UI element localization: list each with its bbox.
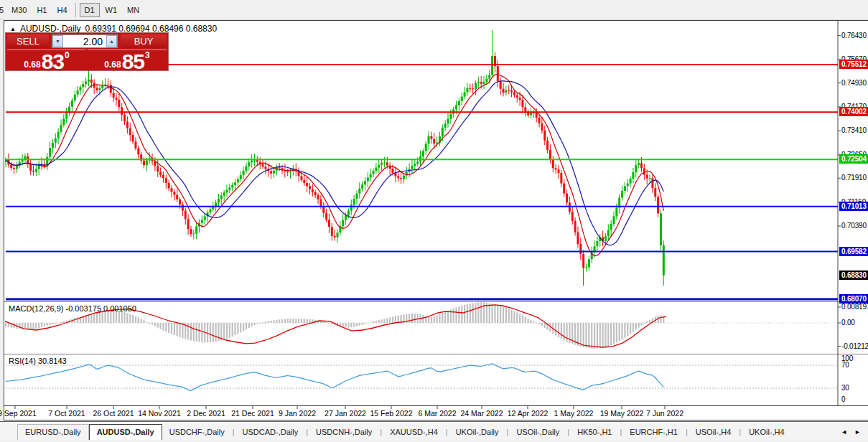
tab-scroll-right-icon[interactable]: ►: [854, 428, 861, 436]
sell-price-big-digits: 83: [42, 53, 64, 71]
macd-axis-label: 0.008197: [841, 303, 868, 311]
chart-tab-usoil-h4[interactable]: USOil-,H4: [689, 425, 739, 440]
macd-indicator-label: MACD(12,26,9) -0.003175 0.001050: [9, 304, 136, 313]
volume-spinner: ▼ 2.00 ▲: [52, 34, 118, 48]
chart-tab-audusd-daily[interactable]: AUDUSD-,Daily: [89, 424, 162, 440]
chart-tab-bar: EURUSD-,DailyAUDUSD-,DailyUSDCHF-,Daily|…: [0, 421, 868, 440]
price-level-badge: 0.72504: [839, 154, 868, 164]
price-axis-label: 0.73410: [841, 126, 867, 134]
date-axis-label: 19 May 2022: [600, 409, 644, 418]
date-axis-label: 7 Oct 2021: [48, 409, 85, 418]
tab-scroll-controls: ◄►: [841, 428, 868, 440]
price-axis-label: 0.71910: [841, 174, 867, 182]
chart-tab-xauusd-h4[interactable]: XAUUSD-,H4: [383, 425, 445, 440]
buy-price-display[interactable]: 0.68 85 3: [88, 50, 167, 72]
chart-symbol-label: AUDUSD-,Daily: [20, 24, 81, 34]
sell-button[interactable]: SELL: [7, 34, 49, 48]
date-axis-label: 24 Mar 2022: [461, 409, 503, 418]
macd-axis-label: 0.00: [841, 319, 855, 326]
date-axis-label: 7 Jun 2022: [646, 409, 683, 418]
price-level-badge: 0.69582: [839, 247, 868, 256]
date-axis-label: 9 Jan 2022: [279, 409, 316, 418]
chart-title: ▲ AUDUSD-,Daily 0.69391 0.69694 0.68496 …: [10, 24, 217, 34]
price-axis-label: 0.70390: [841, 222, 867, 230]
chart-tab-eurusd-daily[interactable]: EURUSD-,Daily: [17, 424, 89, 440]
buy-price-prefix: 0.68: [104, 60, 121, 69]
date-axis-label: 6 Mar 2022: [418, 409, 456, 418]
chart-tab-eurchf-h1[interactable]: EURCHF-,H1: [622, 425, 685, 440]
tab-scroll-left-icon[interactable]: ◄: [841, 428, 847, 436]
date-axis-label: 15 Feb 2022: [370, 409, 413, 418]
macd-axis-label: -0.01212: [841, 342, 868, 350]
sell-price-display[interactable]: 0.68 83 0: [7, 50, 86, 72]
rsi-axis-label: 0: [841, 395, 845, 403]
price-level-badge: 0.71013: [839, 202, 868, 211]
volume-value[interactable]: 2.00: [63, 35, 106, 47]
date-axis-label: 27 Jan 2022: [325, 409, 366, 418]
volume-increase-button[interactable]: ▲: [106, 35, 117, 47]
rsi-line: [6, 364, 663, 391]
date-axis-label: 1 May 2022: [554, 409, 594, 418]
one-click-trade-panel: SELL ▼ 2.00 ▲ BUY 0.68 83 0 0.68 85 3: [6, 33, 168, 70]
price-level-badge: 0.75512: [839, 60, 868, 69]
rsi-indicator-label: RSI(14) 30.8143: [9, 357, 67, 365]
buy-button[interactable]: BUY: [121, 34, 167, 48]
ma-slow-line: [6, 81, 663, 245]
date-axis-label: 21 Dec 2021: [231, 409, 274, 418]
price-axis-label: 0.76430: [841, 32, 867, 39]
collapse-arrow-icon[interactable]: ▲: [10, 26, 16, 32]
buy-price-big-digits: 85: [122, 53, 144, 71]
date-axis-label: 2 Dec 2021: [187, 409, 225, 418]
chart-tab-ukoil-daily[interactable]: UKOil-,Daily: [449, 425, 506, 440]
chart-tab-usoil-daily[interactable]: USOil-,Daily: [509, 425, 566, 440]
date-axis-label: 14 Nov 2021: [138, 409, 181, 418]
chart-tab-hk50-h1[interactable]: HK50-,H1: [570, 425, 619, 440]
chart-ohlc-values: 0.69391 0.69694 0.68496 0.68830: [85, 24, 218, 34]
chart-tab-usdcad-daily[interactable]: USDCAD-,Daily: [235, 425, 306, 440]
date-axis-label: 26 Oct 2021: [93, 409, 134, 418]
date-axis-label: 12 Apr 2022: [508, 409, 549, 418]
date-axis-label: 19 Sep 2021: [0, 409, 37, 418]
triangle-up-icon: ▲: [109, 39, 114, 44]
price-axis-label: 0.74930: [841, 79, 867, 87]
ma-fast-line: [6, 75, 663, 256]
sell-price-prefix: 0.68: [24, 60, 40, 69]
chart-tab-ukoil-h4[interactable]: UKOil-,H4: [742, 425, 792, 440]
price-level-badge: 0.68070: [839, 294, 868, 304]
sell-price-pip-digit: 0: [65, 51, 70, 60]
chart-tab-usdchf-daily[interactable]: USDCHF-,Daily: [162, 425, 232, 440]
rsi-axis-label: 70: [841, 361, 849, 369]
chart-tab-usdcnh-daily[interactable]: USDCNH-,Daily: [309, 425, 379, 440]
triangle-down-icon: ▼: [55, 39, 60, 44]
price-level-badge: 0.74002: [839, 107, 868, 116]
volume-decrease-button[interactable]: ▼: [52, 35, 63, 47]
rsi-axis-label: 30: [841, 384, 849, 392]
current-price-badge: 0.68830: [839, 271, 868, 280]
buy-price-pip-digit: 3: [145, 51, 150, 60]
